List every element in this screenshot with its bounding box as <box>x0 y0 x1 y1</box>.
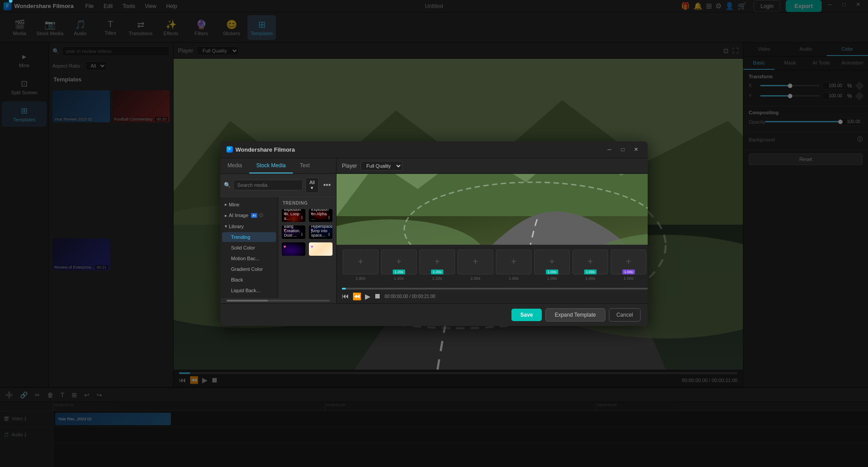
slot-6: + 1.00s 1.00s <box>534 250 570 281</box>
modal-body: Media Stock Media Text 🔍 All ▾ ••• ▸ Mi <box>220 158 648 303</box>
tree-gradient-color-label: Gradient Color <box>231 266 263 272</box>
modal-thumb-hyperspace[interactable]: ♥ ⬇ Hyperspace jump into space... <box>309 225 333 239</box>
slot-badge-6: 1.00s <box>546 270 558 274</box>
slot-plus-4: + <box>473 257 478 267</box>
modal-thumb-nebula[interactable]: ♥ <box>282 242 305 256</box>
scroll-indicator[interactable] <box>227 300 330 302</box>
modal-progress-area: ⏮ ⏪ ▶ ⏹ 00:00:00.00 / 00:00:21:00 📷 🔊 <box>337 285 648 303</box>
tree-black[interactable]: Black <box>222 275 276 285</box>
slot-3: + 1.20s 1.20s <box>419 250 455 281</box>
modal-player-bar: Player Full Quality <box>337 158 648 174</box>
tree-library-label: Library <box>229 224 244 229</box>
modal-search-bar: 🔍 All ▾ ••• <box>220 174 336 197</box>
tree-motion-bac[interactable]: Motion Bac... <box>222 254 276 263</box>
slot-plus-6: + <box>549 257 555 267</box>
tree-liquid-bac[interactable]: Liquid Back... <box>222 286 276 295</box>
modal-thumb-label-3: 4K Big Bang Creation. Dust ... <box>282 225 305 239</box>
modal-tabs: Media Stock Media Text <box>220 158 336 174</box>
tree-gradient-color[interactable]: Gradient Color <box>222 264 276 274</box>
slot-box-3[interactable]: + 1.20s <box>419 250 455 274</box>
slot-duration-5: 1.00s <box>509 276 519 281</box>
slot-box-5[interactable]: + <box>496 250 531 274</box>
modal-preview-video <box>337 174 648 245</box>
modal-controls-row: ⏮ ⏪ ▶ ⏹ 00:00:00.00 / 00:00:21:00 📷 🔊 <box>342 292 648 301</box>
modal-search-icon: 🔍 <box>224 182 231 188</box>
tree-trending[interactable]: Trending <box>222 232 276 242</box>
cancel-button[interactable]: Cancel <box>609 308 641 322</box>
modal-time-display: 00:00:00.00 / 00:00:21:00 <box>385 294 435 299</box>
tree-solid-color-label: Solid Color <box>231 245 255 250</box>
slot-duration-7: 1.00s <box>585 276 595 281</box>
slot-1: + 1.80s <box>343 250 378 281</box>
modal-win-buttons: ─ □ ✕ <box>604 145 641 154</box>
slot-box-4[interactable]: + <box>458 250 493 274</box>
modal-right-pane: Player Full Quality <box>337 158 648 303</box>
modal-tree: ▸ Mine ▸ AI Image AI ⓘ ▾ Library <box>220 197 278 298</box>
modal-thumb-particle2[interactable]: ♥ ⬇ Particle Explosion on Alpha ... <box>309 209 333 222</box>
modal-search-input[interactable] <box>233 180 303 190</box>
modal-stop-button[interactable]: ⏹ <box>374 292 381 300</box>
modal-close-button[interactable]: ✕ <box>631 145 641 154</box>
slot-badge-8: 1.00s <box>622 270 635 274</box>
slot-duration-3: 1.20s <box>432 276 442 281</box>
save-button[interactable]: Save <box>511 309 542 321</box>
modal-tab-media[interactable]: Media <box>220 158 249 173</box>
slot-box-7[interactable]: + 1.00s <box>572 250 608 274</box>
modal-thumb-orange[interactable]: ♥ <box>309 242 333 256</box>
modal-thumb-particle1[interactable]: ♥ ⬇ Particle explosion 4k. Loop a... <box>282 209 305 222</box>
modal-template-slots: + 1.80s + 1.20s 1.20s + <box>337 245 648 285</box>
heart-icon-6[interactable]: ♥ <box>311 244 313 249</box>
modal-time-total: 00:00:21:00 <box>412 294 435 299</box>
slot-box-6[interactable]: + 1.00s <box>534 250 570 274</box>
trending-section-title: TRENDING <box>282 201 333 205</box>
slot-duration-1: 1.80s <box>356 276 365 281</box>
modal-preview-svg <box>337 174 648 245</box>
modal-thumb-bigbang[interactable]: ♥ ⬇ 4K Big Bang Creation. Dust ... <box>282 225 305 239</box>
modal-footer: Save Expand Template Cancel <box>220 303 648 326</box>
slot-box-2[interactable]: + 1.20s <box>381 250 417 274</box>
modal-play-button[interactable]: ▶ <box>365 292 370 301</box>
tree-liquid-bac-label: Liquid Back... <box>231 288 260 293</box>
slot-badge-3: 1.20s <box>431 270 443 274</box>
modal-all-filter[interactable]: All ▾ <box>305 177 319 193</box>
tree-library[interactable]: ▾ Library <box>222 221 276 231</box>
slot-8: + 1.00s 1.00s <box>611 250 646 281</box>
svg-point-11 <box>337 219 486 245</box>
modal-minimize-button[interactable]: ─ <box>604 145 615 154</box>
modal-quality-select[interactable]: Full Quality <box>361 161 402 171</box>
modal-more-options-button[interactable]: ••• <box>321 180 333 190</box>
slot-box-1[interactable]: + <box>343 250 378 274</box>
svg-marker-10 <box>337 174 648 216</box>
tree-ai-image[interactable]: ▸ AI Image AI ⓘ <box>222 210 276 221</box>
slot-7: + 1.00s 1.00s <box>572 250 608 281</box>
modal-progress-bar[interactable] <box>342 288 648 290</box>
modal-prev-button[interactable]: ⏪ <box>353 292 361 301</box>
slot-badge-7: 1.00s <box>584 270 596 274</box>
slot-box-8[interactable]: + 1.00s <box>611 250 646 274</box>
tree-trending-label: Trending <box>231 234 250 240</box>
tree-library-icon: ▾ <box>225 224 227 229</box>
tree-ai-icon: ▸ <box>225 213 227 218</box>
modal-dialog: F Wondershare Filmora ─ □ ✕ Media Stock … <box>220 141 648 326</box>
modal-maximize-button[interactable]: □ <box>617 145 628 154</box>
modal-left-pane: Media Stock Media Text 🔍 All ▾ ••• ▸ Mi <box>220 158 337 303</box>
modal-tab-text[interactable]: Text <box>293 158 317 173</box>
slot-plus-3: + <box>434 257 440 267</box>
tree-solid-color[interactable]: Solid Color <box>222 243 276 253</box>
modal-tab-stock-media[interactable]: Stock Media <box>249 158 293 173</box>
expand-template-button[interactable]: Expand Template <box>545 308 605 322</box>
slot-plus-8: + <box>626 257 631 267</box>
heart-icon-5[interactable]: ♥ <box>284 244 286 249</box>
tree-mine[interactable]: ▸ Mine <box>222 200 276 209</box>
slot-plus-1: + <box>358 257 363 267</box>
scroll-thumb <box>227 300 268 302</box>
modal-player-label: Player <box>342 163 357 169</box>
tree-mine-icon: ▸ <box>225 202 227 207</box>
slot-plus-7: + <box>588 257 593 267</box>
modal-media-grid: ♥ ⬇ Particle explosion 4k. Loop a... ♥ ⬇… <box>282 209 333 256</box>
slot-4: + 2.00s <box>458 250 493 281</box>
tree-black-label: Black <box>231 277 243 282</box>
slot-duration-2: 1.20s <box>394 276 404 281</box>
modal-rewind-button[interactable]: ⏮ <box>342 292 349 300</box>
slot-2: + 1.20s 1.20s <box>381 250 417 281</box>
